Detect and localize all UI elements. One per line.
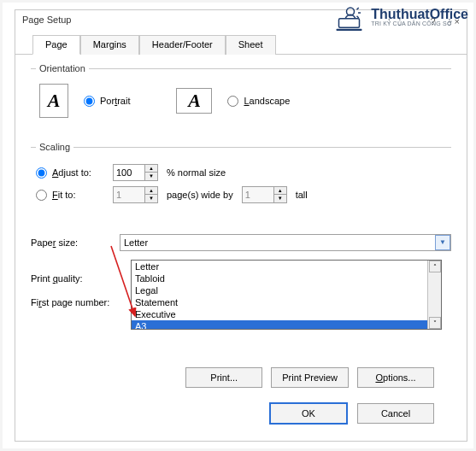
orientation-group: Orientation A Portrait A Landscape [31, 63, 451, 133]
fit-mid-label: page(s) wide by [167, 190, 233, 200]
adjust-to-suffix: % normal size [167, 167, 226, 178]
paper-size-combo[interactable]: Letter ▼ [120, 234, 451, 251]
page-setup-dialog: Page Setup ? × Page Margins Header/Foote… [15, 9, 467, 442]
list-item[interactable]: Tabloid [132, 272, 441, 284]
orientation-legend: Orientation [36, 63, 89, 73]
tab-page-label: Page [45, 39, 68, 50]
action-row-1: Print... Print Preview Options... [31, 350, 451, 395]
fit-tall-label: tall [296, 190, 308, 200]
help-button[interactable]: ? [431, 16, 436, 26]
tab-sheet-label: Sheet [238, 39, 263, 50]
tab-headerfooter-label: Header/Footer [152, 39, 213, 50]
print-button[interactable]: Print... [185, 367, 262, 388]
action-row-2: OK Cancel [31, 395, 451, 432]
scaling-legend: Scaling [36, 142, 73, 152]
list-item[interactable]: Executive [132, 308, 441, 320]
fit-wide-spinner[interactable]: ▲▼ [113, 186, 158, 203]
fit-to-radio-input[interactable] [36, 190, 47, 201]
dialog-title: Page Setup [22, 15, 72, 25]
landscape-radio[interactable]: Landscape [227, 96, 290, 107]
fit-tall-input[interactable] [242, 186, 274, 203]
spin-up-icon[interactable]: ▲ [274, 187, 286, 195]
print-preview-button[interactable]: Print Preview [271, 367, 349, 388]
tab-page[interactable]: Page [32, 35, 80, 55]
options-button[interactable]: Options... [357, 367, 434, 388]
paper-size-value: Letter [124, 237, 148, 248]
ok-button[interactable]: OK [270, 403, 347, 424]
portrait-radio-input[interactable] [84, 96, 95, 107]
scroll-up-icon[interactable]: ˄ [429, 261, 441, 272]
list-item[interactable]: Statement [132, 296, 441, 308]
adjust-to-radio[interactable]: Adjust to: [36, 167, 104, 179]
fit-tall-spinner[interactable]: ▲▼ [242, 186, 287, 203]
adjust-to-input[interactable] [113, 164, 145, 181]
list-item[interactable]: Legal [132, 284, 441, 296]
paper-size-dropdown[interactable]: Letter Tabloid Legal Statement Executive… [131, 260, 442, 330]
landscape-radio-input[interactable] [227, 96, 238, 107]
spin-down-icon[interactable]: ▼ [274, 195, 286, 202]
portrait-radio[interactable]: Portrait [84, 96, 130, 107]
scroll-down-icon[interactable]: ˅ [429, 317, 441, 329]
spin-up-icon[interactable]: ▲ [145, 187, 157, 195]
tab-margins[interactable]: Margins [80, 35, 139, 55]
cancel-button[interactable]: Cancel [357, 403, 434, 424]
tab-margins-label: Margins [93, 39, 126, 50]
close-button[interactable]: × [455, 16, 460, 26]
landscape-icon: A [176, 88, 212, 114]
fit-to-radio[interactable]: Fit to: [36, 190, 104, 201]
scaling-group: Scaling Adjust to: ▲▼ % normal size Fit … [31, 142, 451, 214]
list-item[interactable]: Letter [132, 261, 441, 272]
tab-header-footer[interactable]: Header/Footer [139, 35, 226, 55]
adjust-to-radio-input[interactable] [36, 167, 47, 179]
dropdown-scrollbar[interactable]: ˄ ˅ [427, 261, 441, 329]
titlebar: Page Setup ? × [15, 10, 467, 32]
titlebar-controls: ? × [431, 14, 460, 27]
list-item-selected[interactable]: A3 [132, 320, 441, 329]
fit-wide-input[interactable] [113, 186, 145, 203]
dialog-body: Orientation A Portrait A Landscape Scali… [15, 55, 467, 441]
tab-sheet[interactable]: Sheet [226, 35, 276, 55]
spin-up-icon[interactable]: ▲ [145, 165, 157, 173]
portrait-icon: A [39, 84, 68, 118]
adjust-to-spinner[interactable]: ▲▼ [113, 164, 158, 181]
chevron-down-icon[interactable]: ▼ [435, 235, 450, 250]
paper-size-row: Paper size: Letter ▼ [31, 234, 451, 251]
spin-down-icon[interactable]: ▼ [145, 195, 157, 202]
spin-down-icon[interactable]: ▼ [145, 173, 157, 180]
tabstrip: Page Margins Header/Footer Sheet [15, 34, 467, 55]
